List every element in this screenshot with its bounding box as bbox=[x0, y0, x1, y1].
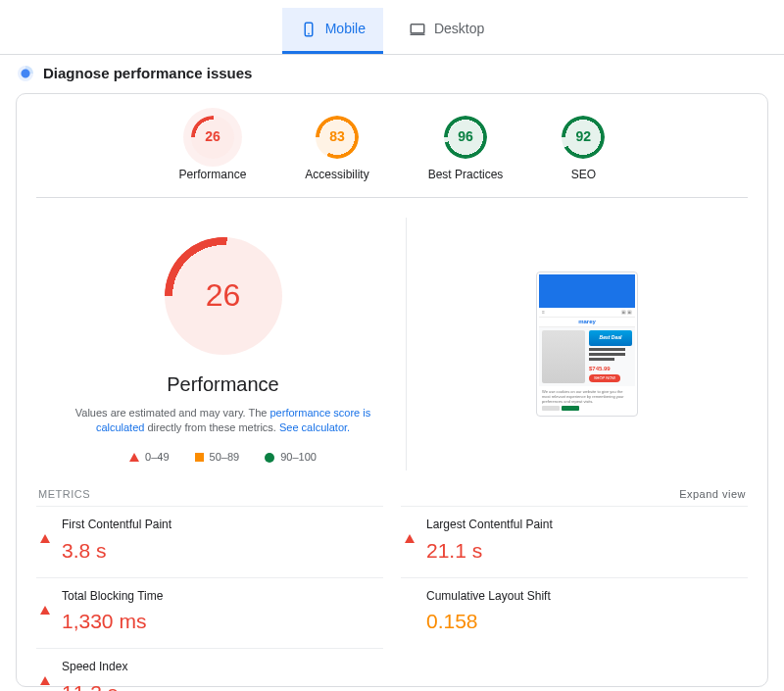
seo-label: SEO bbox=[571, 167, 596, 183]
performance-big-gauge: 26 bbox=[165, 237, 282, 355]
metric-row[interactable]: Total Blocking Time1,330 ms bbox=[36, 577, 383, 648]
page-screenshot-pane: ≡▣ ▣ marey Best Deal $745.99 SHOP NOW We bbox=[430, 218, 744, 470]
dot-icon bbox=[265, 453, 274, 463]
desktop-icon bbox=[409, 21, 426, 38]
metric-row[interactable]: Largest Contentful Paint21.1 s bbox=[401, 506, 748, 576]
metric-value: 0.158 bbox=[426, 607, 551, 635]
heading-text: Diagnose performance issues bbox=[43, 63, 252, 83]
legend-bad: 0–49 bbox=[129, 450, 169, 465]
metric-name: Total Blocking Time bbox=[62, 588, 163, 605]
svg-rect-2 bbox=[411, 25, 424, 33]
performance-hero-title: Performance bbox=[167, 370, 279, 398]
metric-name: Largest Contentful Paint bbox=[426, 517, 553, 533]
performance-note: Values are estimated and may vary. The p… bbox=[67, 406, 380, 436]
gauge-seo[interactable]: 92SEO bbox=[562, 116, 605, 183]
metric-name: Speed Index bbox=[62, 659, 127, 675]
gauge-accessibility[interactable]: 83Accessibility bbox=[305, 116, 368, 183]
metrics-grid: First Contentful Paint3.8 sLargest Conte… bbox=[36, 506, 748, 691]
tab-mobile[interactable]: Mobile bbox=[282, 8, 383, 54]
gauge-best[interactable]: 96Best Practices bbox=[428, 116, 504, 183]
expand-view-link[interactable]: Expand view bbox=[679, 487, 746, 502]
tab-desktop-label: Desktop bbox=[434, 20, 484, 39]
metric-row[interactable]: Speed Index11.3 s bbox=[36, 648, 383, 691]
metric-row[interactable]: First Contentful Paint3.8 s bbox=[36, 506, 383, 576]
loading-icon bbox=[18, 66, 33, 81]
triangle-icon bbox=[405, 519, 415, 543]
score-legend: 0–49 50–89 90–100 bbox=[129, 450, 317, 465]
device-tabs: Mobile Desktop bbox=[0, 8, 784, 55]
performance-ring: 26 bbox=[191, 116, 234, 159]
section-heading: Diagnose performance issues bbox=[18, 63, 768, 83]
gauge-performance[interactable]: 26Performance bbox=[179, 116, 247, 183]
metric-name: First Contentful Paint bbox=[62, 517, 172, 533]
page-screenshot: ≡▣ ▣ marey Best Deal $745.99 SHOP NOW We bbox=[536, 271, 638, 418]
legend-good: 90–100 bbox=[265, 450, 317, 465]
report-card: 26Performance83Accessibility96Best Pract… bbox=[16, 93, 768, 687]
metric-value: 21.1 s bbox=[426, 536, 553, 565]
metric-value: 11.3 s bbox=[62, 678, 127, 691]
performance-hero-left: 26 Performance Values are estimated and … bbox=[40, 218, 407, 470]
legend-mid: 50–89 bbox=[195, 450, 240, 465]
tab-mobile-label: Mobile bbox=[325, 20, 366, 39]
best-ring: 96 bbox=[444, 116, 487, 159]
calculator-link[interactable]: See calculator. bbox=[279, 421, 350, 433]
metric-name: Cumulative Layout Shift bbox=[426, 588, 551, 605]
triangle-icon bbox=[40, 662, 50, 685]
triangle-icon bbox=[40, 519, 50, 543]
accessibility-label: Accessibility bbox=[305, 167, 368, 183]
performance-hero: 26 Performance Values are estimated and … bbox=[36, 208, 748, 476]
square-icon bbox=[195, 453, 204, 462]
metrics-header: METRICS Expand view bbox=[36, 476, 748, 506]
triangle-icon bbox=[40, 591, 50, 615]
category-gauges: 26Performance83Accessibility96Best Pract… bbox=[36, 110, 748, 198]
triangle-icon bbox=[129, 453, 139, 462]
tab-desktop[interactable]: Desktop bbox=[391, 8, 502, 54]
metric-value: 3.8 s bbox=[62, 536, 172, 565]
seo-ring: 92 bbox=[562, 116, 605, 159]
metrics-label: METRICS bbox=[38, 487, 90, 502]
metric-row[interactable]: Cumulative Layout Shift0.158 bbox=[401, 577, 748, 648]
performance-label: Performance bbox=[179, 167, 247, 183]
mobile-icon bbox=[300, 21, 318, 38]
metric-value: 1,330 ms bbox=[62, 607, 163, 635]
best-label: Best Practices bbox=[428, 167, 504, 183]
accessibility-ring: 83 bbox=[316, 116, 359, 159]
